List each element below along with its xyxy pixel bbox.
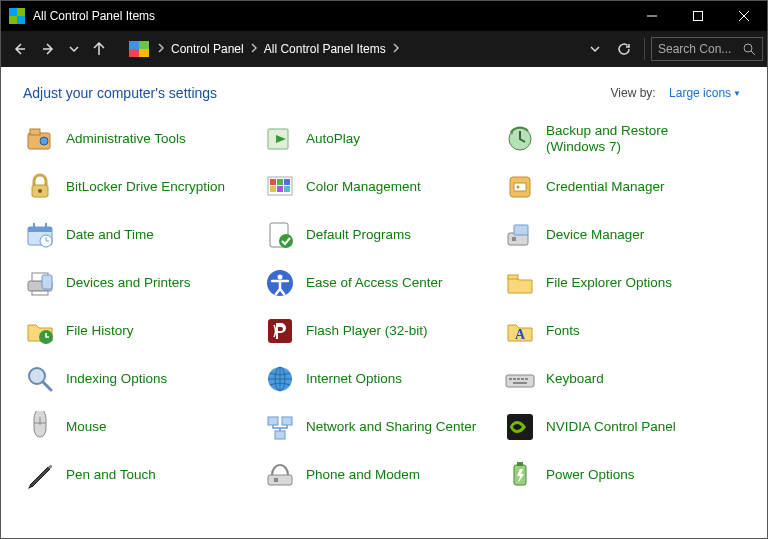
- item-label: Indexing Options: [66, 371, 167, 387]
- svg-rect-19: [270, 186, 276, 192]
- svg-text:A: A: [515, 327, 526, 342]
- keyboard-icon: [502, 361, 538, 397]
- item-label: Fonts: [546, 323, 580, 339]
- item-label: Network and Sharing Center: [306, 419, 476, 435]
- svg-rect-18: [284, 179, 290, 185]
- minimize-button[interactable]: [629, 1, 675, 31]
- control-panel-item[interactable]: Mouse: [19, 403, 259, 451]
- back-button[interactable]: [5, 35, 33, 63]
- control-panel-item[interactable]: Default Programs: [259, 211, 499, 259]
- svg-rect-51: [513, 378, 516, 380]
- svg-rect-33: [514, 225, 528, 235]
- content-area: Adjust your computer's settings View by:…: [1, 67, 767, 538]
- control-panel-item[interactable]: Pen and Touch: [19, 451, 259, 499]
- item-label: Internet Options: [306, 371, 402, 387]
- breadcrumb-all-items[interactable]: All Control Panel Items: [264, 42, 386, 56]
- item-label: Mouse: [66, 419, 107, 435]
- control-panel-item[interactable]: Backup and Restore (Windows 7): [499, 115, 739, 163]
- control-panel-item[interactable]: NVIDIA Control Panel: [499, 403, 739, 451]
- svg-rect-49: [506, 375, 534, 387]
- control-panel-item[interactable]: Phone and Modem: [259, 451, 499, 499]
- control-panel-item[interactable]: Power Options: [499, 451, 739, 499]
- item-label: Pen and Touch: [66, 467, 156, 483]
- control-panel-item[interactable]: Flash Player (32-bit): [259, 307, 499, 355]
- control-panel-item[interactable]: Devices and Printers: [19, 259, 259, 307]
- window-title: All Control Panel Items: [33, 9, 155, 23]
- view-by-dropdown[interactable]: Large icons▼: [669, 86, 741, 100]
- chevron-right-icon: [392, 42, 400, 56]
- items-scroll-area[interactable]: Administrative ToolsAutoPlayBackup and R…: [1, 115, 767, 536]
- pen-icon: [22, 457, 58, 493]
- indexing-icon: [22, 361, 58, 397]
- forward-button[interactable]: [35, 35, 63, 63]
- control-panel-item[interactable]: AutoPlay: [259, 115, 499, 163]
- backup-icon: [502, 121, 538, 157]
- item-label: Credential Manager: [546, 179, 665, 195]
- refresh-button[interactable]: [610, 35, 638, 63]
- phone-icon: [262, 457, 298, 493]
- maximize-button[interactable]: [675, 1, 721, 31]
- control-panel-item[interactable]: BitLocker Drive Encryption: [19, 163, 259, 211]
- control-panel-item[interactable]: File History: [19, 307, 259, 355]
- svg-rect-65: [517, 462, 523, 466]
- flash-icon: [262, 313, 298, 349]
- item-label: Power Options: [546, 467, 635, 483]
- svg-rect-38: [42, 275, 52, 289]
- file-explorer-options-icon: [502, 265, 538, 301]
- control-panel-item[interactable]: Internet Options: [259, 355, 499, 403]
- svg-rect-1: [694, 12, 703, 21]
- svg-point-31: [279, 234, 293, 248]
- svg-line-46: [43, 382, 51, 390]
- window-controls: [629, 1, 767, 31]
- recent-locations-button[interactable]: [65, 35, 83, 63]
- svg-rect-37: [32, 291, 48, 295]
- svg-rect-50: [509, 378, 512, 380]
- control-panel-item[interactable]: Keyboard: [499, 355, 739, 403]
- svg-rect-7: [30, 129, 40, 135]
- control-panel-item[interactable]: Date and Time: [19, 211, 259, 259]
- navigation-bar: Control Panel All Control Panel Items Se…: [1, 31, 767, 67]
- svg-rect-21: [284, 186, 290, 192]
- svg-rect-60: [275, 431, 285, 439]
- control-panel-app-icon: [9, 8, 25, 24]
- chevron-down-icon: [68, 43, 80, 55]
- svg-rect-55: [513, 382, 527, 384]
- breadcrumb[interactable]: Control Panel All Control Panel Items: [157, 42, 576, 56]
- up-button[interactable]: [85, 35, 113, 63]
- control-panel-item[interactable]: Network and Sharing Center: [259, 403, 499, 451]
- item-label: Color Management: [306, 179, 421, 195]
- svg-rect-17: [277, 179, 283, 185]
- control-panel-item[interactable]: Credential Manager: [499, 163, 739, 211]
- svg-rect-16: [270, 179, 276, 185]
- svg-rect-20: [277, 186, 283, 192]
- chevron-right-icon: [250, 42, 258, 56]
- control-panel-item[interactable]: Color Management: [259, 163, 499, 211]
- control-panel-item[interactable]: File Explorer Options: [499, 259, 739, 307]
- autoplay-icon: [262, 121, 298, 157]
- svg-point-14: [38, 189, 42, 193]
- control-panel-item[interactable]: Administrative Tools: [19, 115, 259, 163]
- close-button[interactable]: [721, 1, 767, 31]
- control-panel-item[interactable]: AFonts: [499, 307, 739, 355]
- address-dropdown-button[interactable]: [586, 35, 604, 63]
- svg-rect-54: [525, 378, 528, 380]
- item-label: Default Programs: [306, 227, 411, 243]
- control-panel-item[interactable]: Ease of Access Center: [259, 259, 499, 307]
- control-panel-item[interactable]: Device Manager: [499, 211, 739, 259]
- device-manager-icon: [502, 217, 538, 253]
- item-label: File History: [66, 323, 134, 339]
- page-heading: Adjust your computer's settings: [23, 85, 217, 101]
- control-panel-item[interactable]: Indexing Options: [19, 355, 259, 403]
- search-input[interactable]: Search Con...: [651, 37, 763, 61]
- search-placeholder: Search Con...: [658, 42, 731, 56]
- minimize-icon: [647, 11, 657, 21]
- internet-icon: [262, 361, 298, 397]
- dropdown-triangle-icon: ▼: [733, 89, 741, 98]
- svg-rect-23: [514, 183, 526, 191]
- breadcrumb-control-panel[interactable]: Control Panel: [171, 42, 244, 56]
- default-programs-icon: [262, 217, 298, 253]
- item-label: Administrative Tools: [66, 131, 186, 147]
- ease-of-access-icon: [262, 265, 298, 301]
- item-label: Date and Time: [66, 227, 154, 243]
- item-label: Backup and Restore (Windows 7): [546, 123, 726, 155]
